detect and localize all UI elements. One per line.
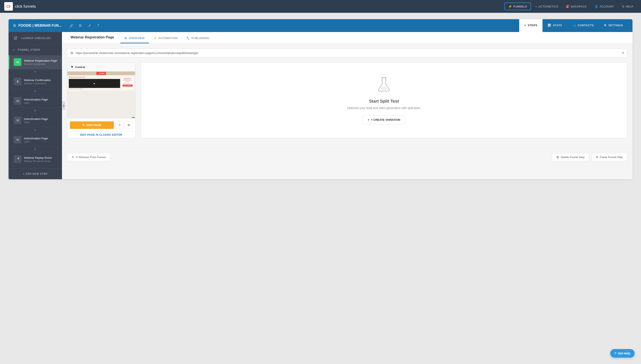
sidebar-launch-checklist[interactable]: ☑ LAUNCH CHECKLIST [9,32,62,44]
get-help-label: Get Help [618,352,630,355]
step-item-replay[interactable]: 🎤 Webinar Replay Room Webinar Broadcast … [9,152,62,166]
step-name-indoc-3: Indoctrination Page [24,137,58,140]
automation-label: Automation [158,36,177,40]
preview-email-input: Your Email Address Here... [123,82,133,84]
url-external-icon[interactable]: ↗ [621,51,624,55]
preview-banner: 🍴 Foodie [67,72,135,75]
remove-label: ✕ Remove From Funnel [76,156,106,159]
preview-cta: Register FREE Now [123,84,133,86]
help-label: HELP [626,5,633,8]
remove-icon: ✕ [72,156,74,159]
gear-icon: ⚙ [128,123,130,127]
main-content: Webinar Registration Page ⊞ Overview ⚡ A… [62,32,632,179]
contacts-icon: 👥 [572,24,576,27]
step-item-webinar-reg[interactable]: ✉ Webinar Registration Page Webinar Regi… [9,55,62,69]
create-variation-button[interactable]: + + CREATE VARIATION [362,116,405,124]
step-connector-4: ▼ [9,128,62,133]
automation-icon: ⚡ [153,36,157,40]
funnels-icon: ⚡ [508,5,512,8]
url-text: https://joecanwrite.clickfunnels.com/web… [76,52,619,54]
step-name-webinar-reg: Webinar Registration Page [24,59,58,62]
copy-icon-btn[interactable]: ⧉ [77,22,84,29]
link-icon-btn[interactable]: 🔗 [68,22,75,29]
funnel-header: ⚙ FOODIE | WEBINAR FUN... 🔗 ⧉ ↗ ? ≡ STEP… [9,19,632,32]
preview-inner: 🍴 Foodie 👁 Watch This Until The End [67,72,135,118]
edit-pencil-icon: ✎ [83,124,85,127]
page-settings-button[interactable]: ⚙ [125,121,133,129]
control-flag-icon: ⚑ [71,65,74,69]
step-icon-replay: 🎤 [14,155,21,163]
preview-right-title: FREE PRESENTATION REVEALS: The Best Webi… [123,78,133,82]
help-circle-icon: ? [614,352,616,355]
funnels-label: FUNNELS [513,5,527,8]
settings-icon: ⚙ [604,24,607,27]
plus-icon: + [368,118,369,122]
control-label: Control [75,66,85,69]
step-icon-webinar-conf: ⬇ [14,78,21,85]
page-card: ⚑ Control 🍴 Foodie [67,62,135,138]
nav-item-help[interactable]: ⊙ HELP [618,3,637,10]
external-icon-btn[interactable]: ↗ [86,22,93,29]
page-preview: 🍴 Foodie 👁 Watch This Until The End [67,72,135,118]
backpack-icon: 🎒 [566,5,570,8]
step-sub-webinar-conf: Webinar Confirmation [24,82,58,85]
step-icon-indoc-3: ✉ [14,136,21,144]
get-help-button[interactable]: ? Get Help [610,349,634,358]
classic-editor-link[interactable]: EDIT PAGE IN CLASSIC EDITOR [67,132,135,138]
nav-item-account[interactable]: 👤 ACCOUNT [591,3,617,10]
collapse-sidebar-arrow[interactable]: ❯ [62,101,65,110]
step-item-webinar-conf[interactable]: ⬇ Webinar Confirmation Webinar Confirmat… [9,75,62,88]
tab-contacts[interactable]: 👥 CONTACTS [567,19,599,32]
tab-steps[interactable]: ≡ STEPS [519,19,542,32]
preview-left: 👁 Watch This Until The End ▶ YouTube [69,77,122,90]
stats-icon: 📊 [548,24,551,27]
nav-item-backpack[interactable]: 🎒 BACKPACK [563,3,590,10]
tab-settings[interactable]: ⚙ SETTINGS [599,19,628,32]
nav-item-actionetics[interactable]: ○ ACTIONETICS [532,3,562,10]
question-icon-btn[interactable]: ? [95,22,102,29]
nav-item-funnels[interactable]: ⚡ FUNNELS [505,2,531,10]
step-icon-indoc-1: ✉ [14,97,21,105]
page-title: Webinar Registration Page [66,32,118,43]
step-item-indoc-1[interactable]: ✉ Indoctrination Page Optin [9,94,62,108]
create-variation-label: + CREATE VARIATION [371,118,400,122]
step-sub-replay: Webinar Broadcast Room [24,160,58,162]
page-card-header: ⚑ Control [67,63,135,72]
clone-label: Clone Funnel Step [600,156,623,159]
edit-page-button[interactable]: ✎ EDIT PAGE [70,122,114,129]
launch-checklist-label: LAUNCH CHECKLIST [21,37,51,40]
page-tab-publishing[interactable]: 🔧 Publishing [182,34,214,43]
logo-area: CF click funnels [4,2,36,11]
page-tab-automation[interactable]: ⚡ Automation [149,34,182,43]
funnel-steps-label: FUNNEL STEPS [18,48,40,52]
step-info-indoc-3: Indoctrination Page Optin [24,137,58,143]
url-bar: ⚙ https://joecanwrite.clickfunnels.com/w… [67,49,627,58]
inner-content: ⚙ https://joecanwrite.clickfunnels.com/w… [62,44,632,144]
stats-label: STATS [553,24,562,27]
step-item-indoc-2[interactable]: ✉ Indoctrination Page Optin [9,114,62,128]
step-sub-indoc-2: Optin [24,121,58,124]
add-step-button[interactable]: + ADD NEW STEP [9,168,62,179]
remove-from-funnel-button[interactable]: ✕ ✕ Remove From Funnel [67,153,110,161]
content-area: ☑ LAUNCH CHECKLIST ≡ FUNNEL STEPS ✉ Webi… [9,32,632,179]
preview-external-button[interactable]: ↗ [116,121,123,129]
edit-page-label: EDIT PAGE [87,124,101,127]
step-sub-indoc-3: Optin [24,140,58,143]
delete-funnel-step-button[interactable]: 🗑 Delete Funnel Step [552,153,589,161]
clone-funnel-step-button[interactable]: ⧉ Clone Funnel Step [592,153,627,161]
funnel-settings-icon[interactable]: ⚙ [13,23,16,28]
top-navigation: CF click funnels ⚡ FUNNELS ○ ACTIONETICS… [0,0,641,13]
steps-label: STEPS [528,24,537,27]
launch-checklist-section: ☑ LAUNCH CHECKLIST [9,32,62,44]
tab-stats[interactable]: 📊 STATS [542,19,567,32]
logo-text: click funnels [15,4,36,9]
preview-right: FREE PRESENTATION REVEALS: The Best Webi… [122,77,134,90]
url-gear-icon[interactable]: ⚙ [70,51,73,55]
step-items: ✉ Webinar Registration Page Webinar Regi… [9,55,62,166]
overview-icon: ⊞ [125,36,127,40]
page-tab-overview[interactable]: ⊞ Overview [120,34,149,43]
step-icon-indoc-2: ✉ [14,116,21,124]
settings-label: SETTINGS [608,24,623,27]
step-item-indoc-3[interactable]: ✉ Indoctrination Page Optin [9,133,62,147]
svg-point-4 [381,87,387,90]
